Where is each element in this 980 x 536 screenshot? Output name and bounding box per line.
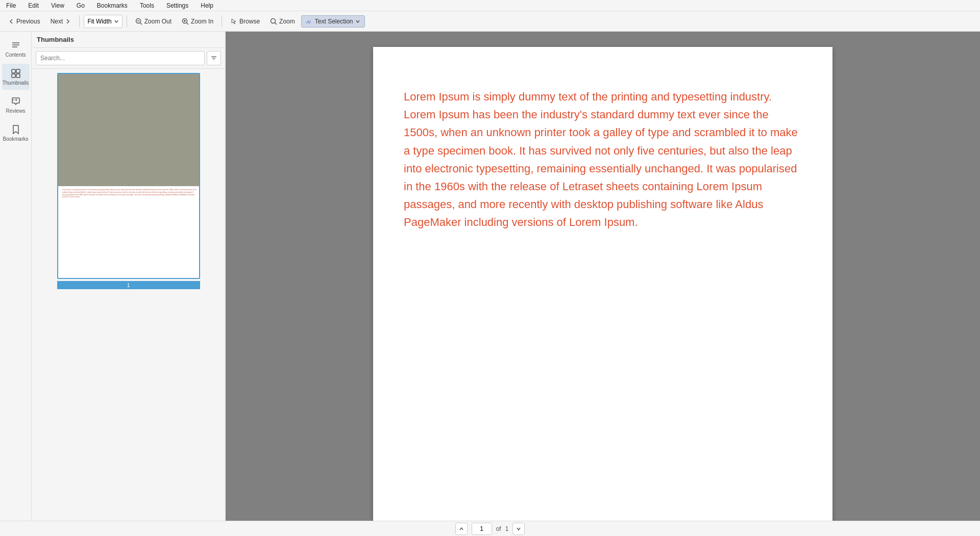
chevron-right-icon: [65, 18, 71, 24]
page-number-input[interactable]: [472, 523, 492, 535]
thumbnails-title: Thumbnails: [37, 36, 74, 43]
thumbnail-bottom: Lorem Ipsum is simply dummy text of the …: [58, 186, 200, 278]
menu-settings[interactable]: Settings: [164, 1, 190, 10]
next-button[interactable]: Next: [46, 16, 76, 27]
previous-button[interactable]: Previous: [4, 16, 44, 27]
main-layout: Contents Thumbnails Reviews Bookmarks: [0, 32, 980, 536]
contents-label: Contents: [5, 52, 26, 58]
thumbnails-panel: Thumbnails Lorem Ipsum i: [32, 32, 226, 536]
browse-label: Browse: [239, 18, 260, 25]
reviews-icon: [10, 96, 21, 107]
svg-line-8: [275, 22, 277, 24]
fit-width-select[interactable]: Fit Width: [84, 15, 122, 28]
filter-icon: [210, 55, 217, 62]
contents-icon: [10, 40, 21, 51]
menu-file[interactable]: File: [4, 1, 18, 10]
thumbnail-wrapper: Lorem Ipsum is simply dummy text of the …: [57, 73, 200, 279]
pdf-page: Lorem Ipsum is simply dummy text of the …: [373, 47, 832, 536]
menu-help[interactable]: Help: [199, 1, 215, 10]
reviews-panel-button[interactable]: Reviews: [2, 92, 30, 118]
thumbnails-list: Lorem Ipsum is simply dummy text of the …: [32, 69, 225, 536]
thumbnail-text-preview: Lorem Ipsum is simply dummy text of the …: [62, 189, 197, 198]
menu-tools[interactable]: Tools: [138, 1, 156, 10]
svg-rect-15: [12, 74, 15, 78]
svg-rect-13: [12, 69, 15, 73]
of-label: of: [496, 525, 501, 532]
menu-view[interactable]: View: [49, 1, 66, 10]
menu-go[interactable]: Go: [75, 1, 87, 10]
filter-button[interactable]: [207, 51, 221, 65]
dropdown-arrow-icon: [114, 19, 119, 24]
menu-bar: File Edit View Go Bookmarks Tools Settin…: [0, 0, 980, 11]
page-down-button[interactable]: [512, 523, 525, 535]
svg-rect-16: [16, 74, 20, 78]
search-input[interactable]: [36, 51, 205, 65]
zoom-label: Zoom: [279, 18, 295, 25]
pdf-content-text: Lorem Ipsum is simply dummy text of the …: [404, 88, 802, 232]
bookmarks-label: Bookmarks: [3, 136, 29, 142]
zoom-tool-icon: [270, 18, 277, 25]
bookmarks-icon: [10, 124, 21, 135]
thumbnail-item[interactable]: Lorem Ipsum is simply dummy text of the …: [36, 73, 221, 289]
thumbnail-page-number: 1: [57, 281, 200, 289]
ai-text-icon: AI: [306, 18, 313, 25]
menu-edit[interactable]: Edit: [26, 1, 41, 10]
chevron-left-icon: [8, 18, 14, 24]
zoom-out-label: Zoom Out: [144, 18, 172, 25]
thumbnails-icon: [10, 68, 21, 79]
menu-bookmarks[interactable]: Bookmarks: [95, 1, 130, 10]
toolbar-sep-2: [127, 15, 127, 28]
svg-point-7: [271, 18, 276, 23]
previous-label: Previous: [16, 18, 40, 25]
thumbnail-image: Lorem Ipsum is simply dummy text of the …: [58, 74, 200, 278]
text-selection-button[interactable]: AI Text Selection: [301, 15, 365, 28]
chevron-down-icon: [516, 526, 521, 531]
svg-rect-14: [16, 69, 20, 73]
reviews-label: Reviews: [6, 108, 26, 114]
browse-button[interactable]: Browse: [226, 16, 264, 27]
thumbnails-panel-button[interactable]: Thumbnails: [2, 64, 30, 90]
page-up-button[interactable]: [455, 523, 468, 535]
thumbnails-label: Thumbnails: [3, 80, 29, 86]
toolbar-sep-1: [79, 15, 80, 28]
zoom-tool-button[interactable]: Zoom: [266, 16, 299, 27]
thumbnails-header: Thumbnails: [32, 32, 225, 48]
next-label: Next: [51, 18, 63, 25]
zoom-in-button[interactable]: Zoom In: [178, 16, 217, 27]
zoom-out-icon: [135, 18, 142, 25]
thumbnail-top: [58, 74, 200, 186]
svg-line-6: [187, 22, 189, 24]
toolbar: Previous Next Fit Width Zoom Out Zoom In…: [0, 11, 980, 32]
text-selection-label: Text Selection: [315, 18, 353, 25]
toolbar-sep-3: [222, 15, 222, 28]
svg-line-2: [140, 22, 142, 24]
icon-panel: Contents Thumbnails Reviews Bookmarks: [0, 32, 32, 536]
text-selection-dropdown-icon: [355, 19, 360, 24]
chevron-up-icon: [459, 526, 464, 531]
cursor-icon: [230, 18, 237, 25]
bookmarks-panel-button[interactable]: Bookmarks: [2, 120, 30, 146]
total-pages: 1: [505, 525, 509, 532]
zoom-in-icon: [182, 18, 189, 25]
svg-text:AI: AI: [306, 19, 311, 24]
zoom-in-label: Zoom In: [191, 18, 213, 25]
contents-panel-button[interactable]: Contents: [2, 36, 30, 62]
viewer-area[interactable]: Lorem Ipsum is simply dummy text of the …: [226, 32, 980, 536]
fit-width-label: Fit Width: [87, 18, 111, 25]
thumbnails-search-row: [32, 48, 225, 69]
zoom-out-button[interactable]: Zoom Out: [131, 16, 176, 27]
bottom-nav: of 1: [0, 521, 980, 536]
